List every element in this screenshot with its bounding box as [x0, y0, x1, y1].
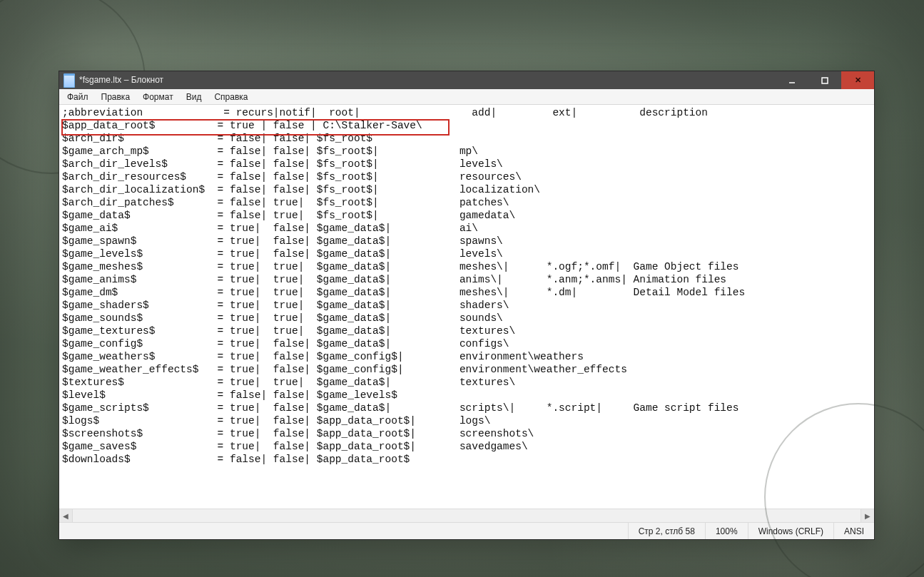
- statusbar: Стр 2, стлб 58 100% Windows (CRLF) ANSI: [59, 522, 874, 539]
- editor-line[interactable]: $arch_dir$ = false| false| $fs_root$: [62, 132, 871, 145]
- text-editor[interactable]: ;abbreviation = recurs|notif| root| add|…: [59, 105, 874, 509]
- scroll-left-button[interactable]: ◀: [59, 509, 73, 522]
- editor-line[interactable]: $app_data_root$ = true | false | C:\Stal…: [62, 119, 871, 132]
- editor-line[interactable]: $arch_dir_resources$ = false| false| $fs…: [62, 170, 871, 183]
- editor-line[interactable]: ;abbreviation = recurs|notif| root| add|…: [62, 106, 871, 119]
- chevron-right-icon: ▶: [865, 512, 870, 520]
- editor-line[interactable]: $game_scripts$ = true| false| $game_data…: [62, 402, 871, 414]
- notepad-window: *fsgame.ltx – Блокнот ✕ Файл Правка Форм…: [59, 71, 875, 540]
- status-encoding: ANSI: [833, 523, 874, 539]
- status-line-endings: Windows (CRLF): [748, 523, 833, 539]
- horizontal-scrollbar[interactable]: ◀ ▶: [59, 509, 874, 522]
- minimize-icon: [788, 76, 796, 85]
- editor-line[interactable]: $game_data$ = false| true| $fs_root$| ga…: [62, 209, 871, 222]
- editor-line[interactable]: $game_saves$ = true| false| $app_data_ro…: [62, 440, 871, 453]
- close-button[interactable]: ✕: [841, 71, 874, 89]
- editor-line[interactable]: $game_config$ = true| false| $game_data$…: [62, 337, 871, 350]
- editor-viewport: ;abbreviation = recurs|notif| root| add|…: [59, 105, 874, 522]
- editor-line[interactable]: $game_dm$ = true| true| $game_data$| mes…: [62, 286, 871, 299]
- editor-line[interactable]: $level$ = false| false| $game_levels$: [62, 389, 871, 402]
- editor-line[interactable]: $game_ai$ = true| false| $game_data$| ai…: [62, 222, 871, 235]
- menu-view[interactable]: Вид: [180, 91, 208, 103]
- editor-line[interactable]: $game_sounds$ = true| true| $game_data$|…: [62, 312, 871, 325]
- desktop-wallpaper: *fsgame.ltx – Блокнот ✕ Файл Правка Форм…: [0, 0, 924, 577]
- window-title: *fsgame.ltx – Блокнот: [79, 71, 776, 89]
- svg-rect-1: [822, 78, 828, 83]
- editor-line[interactable]: $game_meshes$ = true| true| $game_data$|…: [62, 260, 871, 273]
- status-zoom[interactable]: 100%: [705, 523, 748, 539]
- editor-line[interactable]: $downloads$ = false| false| $app_data_ro…: [62, 453, 871, 466]
- status-caret-position: Стр 2, стлб 58: [628, 523, 705, 539]
- editor-line[interactable]: $game_levels$ = true| false| $game_data$…: [62, 247, 871, 260]
- minimize-button[interactable]: [776, 71, 808, 89]
- menu-help[interactable]: Справка: [208, 91, 254, 103]
- close-icon: ✕: [855, 76, 861, 85]
- editor-line[interactable]: $game_weather_effects$ = true| false| $g…: [62, 363, 871, 376]
- menu-format[interactable]: Формат: [136, 91, 180, 103]
- maximize-icon: [821, 76, 829, 85]
- editor-line[interactable]: $game_spawn$ = true| false| $game_data$|…: [62, 235, 871, 247]
- scroll-right-button[interactable]: ▶: [860, 509, 874, 522]
- editor-line[interactable]: $textures$ = true| true| $game_data$| te…: [62, 376, 871, 389]
- titlebar[interactable]: *fsgame.ltx – Блокнот ✕: [59, 71, 874, 89]
- editor-line[interactable]: $arch_dir_localization$ = false| false| …: [62, 183, 871, 196]
- editor-line[interactable]: $game_shaders$ = true| true| $game_data$…: [62, 299, 871, 312]
- editor-line[interactable]: $game_textures$ = true| true| $game_data…: [62, 325, 871, 337]
- menu-file[interactable]: Файл: [61, 91, 95, 103]
- editor-line[interactable]: $game_arch_mp$ = false| false| $fs_root$…: [62, 145, 871, 158]
- editor-line[interactable]: $game_anims$ = true| true| $game_data$| …: [62, 273, 871, 286]
- chevron-left-icon: ◀: [63, 512, 68, 520]
- notepad-icon: [64, 73, 75, 88]
- menu-edit[interactable]: Правка: [95, 91, 137, 103]
- editor-line[interactable]: $arch_dir_levels$ = false| false| $fs_ro…: [62, 158, 871, 170]
- editor-line[interactable]: $screenshots$ = true| false| $app_data_r…: [62, 427, 871, 440]
- editor-line[interactable]: $logs$ = true| false| $app_data_root$| l…: [62, 414, 871, 427]
- editor-line[interactable]: $arch_dir_patches$ = false| true| $fs_ro…: [62, 196, 871, 209]
- editor-line[interactable]: $game_weathers$ = true| false| $game_con…: [62, 350, 871, 363]
- maximize-button[interactable]: [808, 71, 841, 89]
- menubar: Файл Правка Формат Вид Справка: [59, 89, 874, 105]
